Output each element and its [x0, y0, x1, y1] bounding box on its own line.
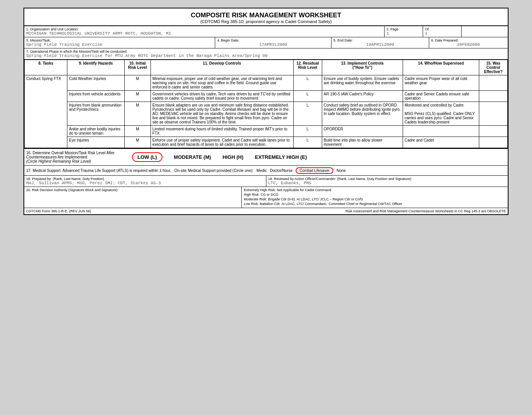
table-header-row: 8. Tasks 9. Identify Hazards 10. Initial… — [25, 60, 508, 75]
high-risk: High Risk: CG or DCG — [244, 193, 506, 197]
effective-cell — [479, 137, 507, 148]
col-header-hazards: 9. Identify Hazards — [67, 60, 124, 75]
authority-label: 20. Risk Decision Authority (Signature B… — [26, 188, 239, 192]
end-date-cell: 5. End Date: 19APRIL2009 — [331, 37, 429, 48]
table-row: Injuries from vehicle accidentsMGovernme… — [25, 91, 508, 102]
effective-cell — [479, 126, 507, 137]
medical-medic: Medic — [256, 168, 267, 173]
hazard-cell: Cold Weather Injuries — [67, 75, 124, 91]
org-value: MICHIGAN TECHNOLOGICAL UNIVERSITY ARMY R… — [26, 31, 382, 36]
risk-high: HIGH (H) — [223, 154, 243, 160]
worksheet: COMPOSITE RISK MANAGEMENT WORKSHEET (CDT… — [23, 8, 509, 215]
extra-cell — [462, 26, 492, 37]
table-row: Conduct Spring FTXCold Weather InjuriesM… — [25, 75, 508, 91]
prepared-left: 18. Prepared by: (Rank, Last Name, Duty … — [24, 176, 266, 187]
footer-right: Risk Assessment and Risk Management Coun… — [345, 209, 506, 213]
mission-value: Spring Field Training Exercise — [26, 42, 213, 47]
residual-risk-cell: L — [293, 91, 322, 102]
col-header-residual: 12. Residual Risk Level — [293, 60, 322, 75]
op-value: Spring Field Training Exercise for MTU A… — [26, 53, 506, 58]
controls-cell: Limited movement during hours of limited… — [151, 126, 293, 137]
initial-risk-cell: M — [124, 102, 151, 126]
implement-cell: Ensure use of buddy system. Ensure cadet… — [322, 75, 403, 91]
authority-right: Extremely High Risk: Not Applicable for … — [242, 187, 508, 208]
prep-value18: MAJ, Sullivan APMS; MSG, Perez SMI; CDT,… — [26, 181, 264, 185]
medical-doctor: Doctor/Nurse — [270, 168, 293, 173]
task-cell: Conduct Spring FTX — [25, 75, 67, 148]
medical-row: 17. Medical Support: Advanced Trauma Lif… — [24, 166, 508, 176]
org-label: 1. Organization and Unit Location: — [26, 27, 382, 31]
controls-cell: Ensure blank adapters are un use and min… — [151, 102, 293, 126]
page-label: 2. Page — [386, 27, 421, 31]
medical-none: None — [336, 168, 346, 173]
col-header-effective: 15. Was Control Effective? — [479, 60, 507, 75]
implement-cell: Build time into plan to allow slower mov… — [322, 137, 403, 148]
initial-risk-cell: M — [124, 91, 151, 102]
medical-circle-label: On-site Medical Support provided (Circle… — [174, 168, 254, 173]
extreme-risk: Extremely High Risk: Not Applicable for … — [244, 188, 506, 192]
mission-label: 3. Mission/Task: — [26, 38, 213, 42]
hazard-cell: Eye Injuries — [67, 137, 124, 148]
hazard-cell: Ankle and other bodily injuries do to un… — [67, 126, 124, 137]
medical-label: 17. Medical Support: Advanced Trauma Lif… — [26, 168, 171, 173]
begin-label: 4. Begin Date: — [217, 38, 329, 42]
table-row: Ankle and other bodily injuries do to un… — [25, 126, 508, 137]
hazard-cell: Injuries from vehicle accidents — [67, 91, 124, 102]
effective-cell — [479, 102, 507, 126]
moderate-risk: Moderate Risk: Brigade Cdr (0-6). At LDA… — [244, 197, 506, 201]
residual-risk-cell: L — [293, 102, 322, 126]
risk-level-label: 16. Determine Overall Mission/Task Risk … — [26, 151, 126, 163]
controls-cell: Minimal exposure, proper use of cold wea… — [151, 75, 293, 91]
footer-left: CDTCMD Form 385-1-R-E, (REV JUN 06) — [26, 209, 91, 213]
prep-label19: 19. Reviewed by Action Officer/Commander… — [268, 177, 506, 181]
worksheet-header: COMPOSITE RISK MANAGEMENT WORKSHEET (CDT… — [24, 8, 508, 26]
page-cell: 2. Page 1 — [385, 26, 423, 37]
mission-row: 3. Mission/Task: Spring Field Training E… — [24, 37, 508, 48]
effective-cell — [479, 91, 507, 102]
hazard-cell: Injuries from blank ammunition and Pyrot… — [67, 102, 124, 126]
of-label: Of — [425, 27, 459, 31]
end-value: 19APRIL2009 — [333, 42, 427, 47]
prep-value19: LTC, Eubanks, PMS — [268, 181, 506, 185]
col-header-controls: 11. Develop Controls — [151, 60, 293, 75]
residual-risk-cell: L — [293, 137, 322, 148]
prepared-value: 20FEB2009 — [431, 42, 506, 47]
begin-value: 17APRIL2009 — [217, 42, 329, 47]
risk-extreme: EXTREMELY HIGH (E) — [255, 154, 307, 160]
initial-risk-cell: M — [124, 75, 151, 91]
col-header-implement: 13. Implement Controls ("How To") — [322, 60, 403, 75]
end-label: 5. End Date: — [333, 38, 427, 42]
risk-level-row: 16. Determine Overall Mission/Task Risk … — [24, 148, 508, 166]
implement-cell: AR 190-5 IAW Cadre's Policy — [322, 91, 403, 102]
table-row: Eye InjuriesMEnforce use of proper safet… — [25, 137, 508, 148]
org-row: 1. Organization and Unit Location: MICHI… — [24, 26, 508, 37]
implement-cell: OPORDER — [322, 126, 403, 137]
supervised-cell — [403, 126, 479, 137]
medical-combat-lifesaver: Combat Lifesaver — [296, 167, 333, 174]
page-value: 1 — [386, 31, 421, 36]
begin-date-cell: 4. Begin Date: 17APRIL2009 — [215, 37, 331, 48]
op-row: 7. Operational Phase in which the Missio… — [24, 48, 508, 60]
low-risk: Low Risk: Battalion Cdr. At LDAC, LTC/ C… — [244, 202, 506, 206]
supervised-cell: Cadre and Senior Cadets ensure safe oper… — [403, 91, 479, 102]
worksheet-subtitle: (CDTCMD Reg 385-10; proponent agency is … — [26, 19, 506, 24]
prep-label18: 18. Prepared by: (Rank, Last Name, Duty … — [26, 177, 264, 181]
col-header-initial: 10. Initial Risk Level — [124, 60, 151, 75]
effective-cell — [479, 75, 507, 91]
authority-left: 20. Risk Decision Authority (Signature B… — [24, 187, 242, 208]
col-header-supervised: 14. Who/How Supervised — [403, 60, 479, 75]
of-cell: Of 1 — [423, 26, 462, 37]
prepared-cell: 6. Date Prepared: 20FEB2009 — [429, 37, 508, 48]
initial-risk-cell: M — [124, 126, 151, 137]
prepared-right: 19. Reviewed by Action Officer/Commander… — [266, 176, 508, 187]
risk-low: LOW (L) — [132, 152, 162, 162]
mission-cell: 3. Mission/Task: Spring Field Training E… — [24, 37, 215, 48]
worksheet-title: COMPOSITE RISK MANAGEMENT WORKSHEET — [26, 12, 506, 19]
col-header-tasks: 8. Tasks — [25, 60, 67, 75]
prepared-label: 6. Date Prepared: — [431, 38, 506, 42]
controls-cell: Government vehicles driven by cadre, Tec… — [151, 91, 293, 102]
risk-moderate: MODERATE (M) — [174, 154, 211, 160]
of-value: 1 — [425, 31, 459, 36]
controls-cell: Enforce use of proper safety equipment. … — [151, 137, 293, 148]
authority-row: 20. Risk Decision Authority (Signature B… — [24, 187, 508, 208]
